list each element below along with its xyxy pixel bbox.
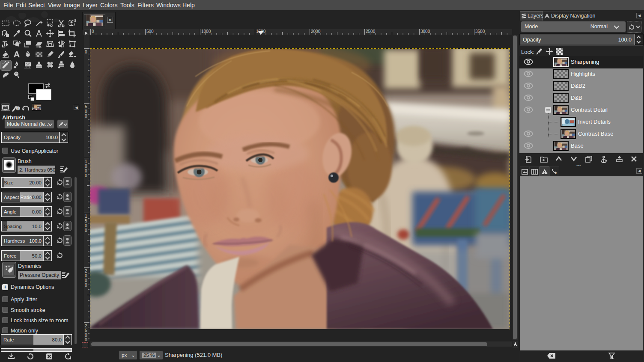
svg-text:1: 1: [85, 159, 87, 164]
svg-text:0: 0: [85, 169, 87, 173]
svg-text:0: 0: [85, 333, 87, 338]
svg-text:2: 2: [85, 269, 87, 273]
svg-text:3000: 3000: [420, 29, 430, 34]
svg-text:5: 5: [85, 328, 87, 333]
svg-text:0: 0: [85, 273, 87, 278]
svg-text:0: 0: [85, 114, 87, 119]
svg-text:3500: 3500: [475, 29, 485, 34]
svg-text:0: 0: [85, 109, 87, 114]
svg-text:1: 1: [555, 172, 557, 175]
svg-text:500: 500: [146, 29, 154, 34]
svg-text:0: 0: [85, 223, 87, 228]
svg-text:0: 0: [85, 173, 87, 178]
svg-text:2500: 2500: [366, 29, 376, 34]
svg-text:0: 0: [85, 278, 87, 283]
svg-text:0: 0: [85, 283, 87, 288]
svg-text:2: 2: [85, 323, 87, 328]
svg-text:0: 0: [92, 29, 94, 34]
svg-text:0: 0: [85, 50, 87, 54]
svg-text:1: 1: [85, 214, 87, 219]
svg-text:0: 0: [85, 228, 87, 233]
svg-text:5: 5: [85, 104, 87, 109]
svg-text:5: 5: [85, 219, 87, 223]
svg-text:0: 0: [85, 338, 87, 341]
svg-text:2000: 2000: [311, 29, 321, 34]
svg-text:0: 0: [85, 164, 87, 169]
svg-text:1000: 1000: [201, 29, 211, 34]
